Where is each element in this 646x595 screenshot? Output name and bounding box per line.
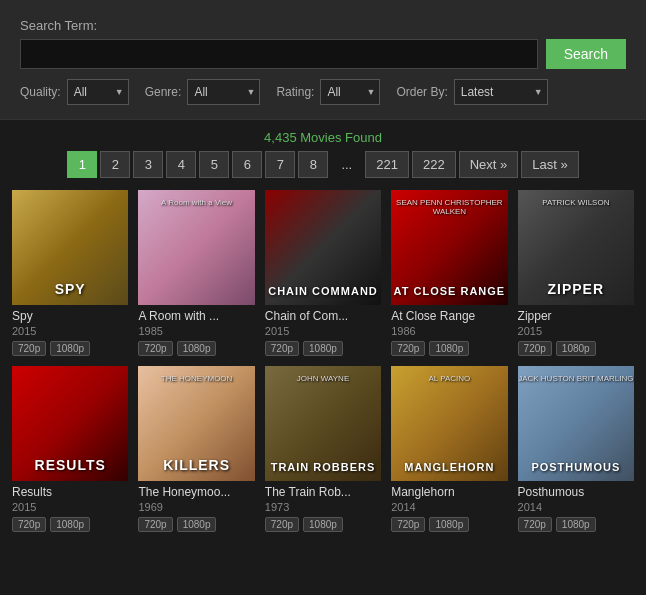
movie-card[interactable]: CHAIN COMMANDChain of Com...2015720p1080… [265,190,381,356]
genre-select[interactable]: All Action Comedy Drama [187,79,260,105]
movies-grid: SPYSpy2015720p1080pA Room with a ViewA R… [0,190,646,544]
quality-badge[interactable]: 720p [138,341,172,356]
page-dots: ... [331,152,362,177]
movie-poster: CHAIN COMMAND [265,190,381,305]
genre-filter-group: Genre: All Action Comedy Drama [145,79,261,105]
movie-year: 1986 [391,325,507,337]
quality-badge[interactable]: 1080p [50,341,90,356]
quality-badge[interactable]: 1080p [50,517,90,532]
movie-year: 2014 [391,501,507,513]
quality-badge[interactable]: 1080p [429,517,469,532]
movie-card[interactable]: SEAN PENN CHRISTOPHER WALKENAT CLOSE RAN… [391,190,507,356]
quality-badge[interactable]: 720p [518,341,552,356]
last-button[interactable]: Last » [521,151,578,178]
page-btn-2[interactable]: 2 [100,151,130,178]
quality-badge[interactable]: 1080p [429,341,469,356]
search-button[interactable]: Search [546,39,626,69]
quality-badge[interactable]: 1080p [556,517,596,532]
quality-badges: 720p1080p [138,341,254,356]
quality-badges: 720p1080p [265,517,381,532]
movie-year: 1973 [265,501,381,513]
search-term-label: Search Term: [20,18,626,33]
page-btn-5[interactable]: 5 [199,151,229,178]
quality-badge[interactable]: 1080p [556,341,596,356]
quality-badges: 720p1080p [265,341,381,356]
orderby-label: Order By: [396,85,447,99]
movie-year: 2015 [12,325,128,337]
search-row: Search [20,39,626,69]
orderby-select-wrapper: Latest Alphabetical Rating Year [454,79,548,105]
genre-label: Genre: [145,85,182,99]
quality-badge[interactable]: 720p [265,341,299,356]
page-btn-221[interactable]: 221 [365,151,409,178]
movie-poster: AL PACINOMANGLEHORN [391,366,507,481]
quality-badge[interactable]: 720p [12,341,46,356]
movie-title: The Honeymoo... [138,485,254,499]
movie-title: Posthumous [518,485,634,499]
movie-poster: RESULTS [12,366,128,481]
movie-year: 2015 [265,325,381,337]
quality-badges: 720p1080p [391,517,507,532]
rating-select[interactable]: All 1+ 5+ 8+ [320,79,380,105]
orderby-select[interactable]: Latest Alphabetical Rating Year [454,79,548,105]
quality-badge[interactable]: 720p [138,517,172,532]
movie-title: Spy [12,309,128,323]
movie-poster: A Room with a View [138,190,254,305]
results-count: 4,435 Movies Found [0,120,646,151]
movie-title: A Room with ... [138,309,254,323]
quality-badge[interactable]: 720p [265,517,299,532]
movie-year: 1969 [138,501,254,513]
page-btn-8[interactable]: 8 [298,151,328,178]
movie-year: 1985 [138,325,254,337]
quality-badges: 720p1080p [138,517,254,532]
movie-card[interactable]: A Room with a ViewA Room with ...1985720… [138,190,254,356]
movie-card[interactable]: AL PACINOMANGLEHORNManglehorn2014720p108… [391,366,507,532]
page-btn-222[interactable]: 222 [412,151,456,178]
quality-badge[interactable]: 720p [518,517,552,532]
movie-card[interactable]: JOHN WAYNETRAIN ROBBERSThe Train Rob...1… [265,366,381,532]
movie-card[interactable]: SPYSpy2015720p1080p [12,190,128,356]
movie-title: Manglehorn [391,485,507,499]
page-btn-4[interactable]: 4 [166,151,196,178]
movie-poster: PATRICK WILSONZIPPER [518,190,634,305]
quality-badge[interactable]: 1080p [177,517,217,532]
movie-year: 2015 [12,501,128,513]
quality-select[interactable]: All 720p 1080p 3D [67,79,129,105]
movie-card[interactable]: THE HONEYMOONKILLERSThe Honeymoo...19697… [138,366,254,532]
quality-badge[interactable]: 720p [391,517,425,532]
quality-filter-group: Quality: All 720p 1080p 3D [20,79,129,105]
movie-poster: SPY [12,190,128,305]
quality-badge[interactable]: 720p [391,341,425,356]
search-section: Search Term: Search Quality: All 720p 10… [0,0,646,120]
quality-badge[interactable]: 720p [12,517,46,532]
filters-row: Quality: All 720p 1080p 3D Genre: All Ac… [20,79,626,105]
quality-badge[interactable]: 1080p [177,341,217,356]
movie-title: At Close Range [391,309,507,323]
quality-select-wrapper: All 720p 1080p 3D [67,79,129,105]
next-button[interactable]: Next » [459,151,519,178]
movie-card[interactable]: PATRICK WILSONZIPPERZipper2015720p1080p [518,190,634,356]
rating-select-wrapper: All 1+ 5+ 8+ [320,79,380,105]
rating-label: Rating: [276,85,314,99]
genre-select-wrapper: All Action Comedy Drama [187,79,260,105]
page-btn-3[interactable]: 3 [133,151,163,178]
movie-card[interactable]: RESULTSResults2015720p1080p [12,366,128,532]
movie-title: Zipper [518,309,634,323]
movie-title: Chain of Com... [265,309,381,323]
quality-badges: 720p1080p [391,341,507,356]
search-input[interactable] [20,39,538,69]
rating-filter-group: Rating: All 1+ 5+ 8+ [276,79,380,105]
page-btn-1[interactable]: 1 [67,151,97,178]
movie-poster: SEAN PENN CHRISTOPHER WALKENAT CLOSE RAN… [391,190,507,305]
movie-year: 2014 [518,501,634,513]
movie-poster: JOHN WAYNETRAIN ROBBERS [265,366,381,481]
quality-badge[interactable]: 1080p [303,341,343,356]
movie-poster: JACK HUSTON BRIT MARLINGPOSTHUMOUS [518,366,634,481]
quality-badges: 720p1080p [518,341,634,356]
orderby-filter-group: Order By: Latest Alphabetical Rating Yea… [396,79,547,105]
page-btn-7[interactable]: 7 [265,151,295,178]
movie-card[interactable]: JACK HUSTON BRIT MARLINGPOSTHUMOUSPosthu… [518,366,634,532]
quality-label: Quality: [20,85,61,99]
quality-badge[interactable]: 1080p [303,517,343,532]
page-btn-6[interactable]: 6 [232,151,262,178]
